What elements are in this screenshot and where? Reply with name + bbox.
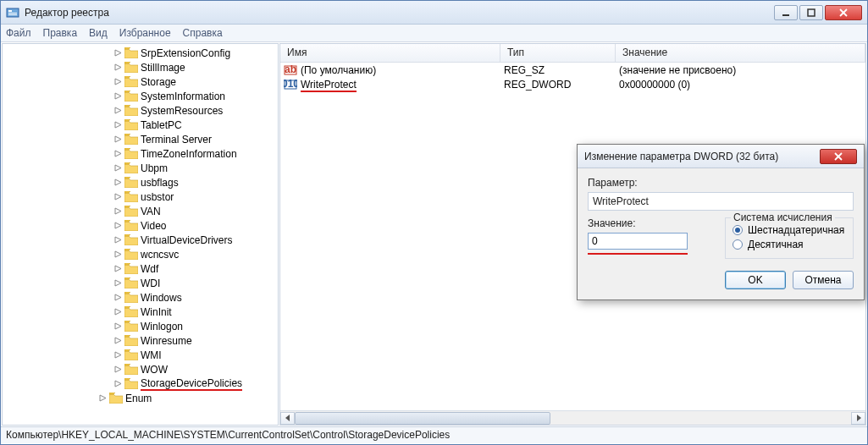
tree-node[interactable]: SystemResources — [3, 103, 278, 118]
expand-icon[interactable] — [113, 163, 123, 173]
tree-node[interactable]: Enum — [3, 391, 278, 405]
list-row[interactable]: 010WriteProtectREG_DWORD0x00000000 (0) — [280, 77, 865, 91]
tree-node-label: StillImage — [141, 62, 185, 74]
row-type: REG_SZ — [504, 64, 619, 76]
menu-view[interactable]: Вид — [89, 27, 108, 39]
scroll-right-button[interactable] — [851, 412, 865, 425]
tree-node[interactable]: Winresume — [3, 333, 278, 348]
svg-marker-10 — [115, 79, 121, 85]
expand-icon[interactable] — [113, 336, 123, 346]
tree-node-label: TimeZoneInformation — [141, 148, 237, 160]
tree-node[interactable]: SrpExtensionConfig — [3, 46, 278, 60]
menu-help[interactable]: Справка — [183, 27, 223, 39]
expand-icon[interactable] — [113, 221, 123, 231]
expand-icon[interactable] — [113, 149, 123, 159]
maximize-button[interactable] — [799, 5, 823, 20]
svg-marker-20 — [115, 222, 121, 228]
radio-hex[interactable]: Шестнадцатеричная — [733, 224, 846, 236]
expand-icon[interactable] — [97, 393, 108, 404]
radio-dec[interactable]: Десятичная — [733, 239, 846, 250]
expand-icon[interactable] — [113, 135, 123, 145]
tree-node[interactable]: StorageDevicePolicies — [3, 376, 278, 391]
tree-node[interactable]: Wdf — [3, 261, 278, 276]
tree-node[interactable]: TimeZoneInformation — [3, 146, 278, 161]
tree-node[interactable]: Storage — [3, 74, 278, 89]
svg-marker-25 — [115, 294, 121, 300]
list-row[interactable]: ab(По умолчанию)REG_SZ(значение не присв… — [280, 63, 865, 77]
tree-node[interactable]: Winlogon — [3, 319, 278, 333]
row-value: (значение не присвоено) — [619, 64, 865, 76]
column-name[interactable]: Имя — [280, 44, 500, 62]
expand-icon[interactable] — [113, 293, 123, 303]
expand-icon[interactable] — [113, 178, 123, 188]
window-title: Редактор реестра — [25, 7, 774, 19]
expand-icon[interactable] — [113, 321, 123, 332]
dialog-close-button[interactable] — [820, 149, 857, 164]
expand-icon[interactable] — [113, 77, 123, 87]
tree-node[interactable]: WMI — [3, 348, 278, 362]
expand-icon[interactable] — [113, 235, 123, 245]
svg-marker-38 — [857, 415, 861, 421]
tree-node[interactable]: VirtualDeviceDrivers — [3, 233, 278, 247]
expand-icon[interactable] — [113, 91, 123, 102]
value-label: Значение: — [588, 217, 708, 229]
tree-node-label: WinInit — [141, 306, 172, 318]
tree-node[interactable]: Ubpm — [3, 161, 278, 175]
tree-node[interactable]: StillImage — [3, 60, 278, 74]
expand-icon[interactable] — [113, 350, 123, 360]
tree-node[interactable]: SystemInformation — [3, 89, 278, 103]
cancel-button[interactable]: Отмена — [793, 271, 854, 289]
expand-icon[interactable] — [113, 106, 123, 116]
tree-node[interactable]: Windows — [3, 290, 278, 305]
expand-icon[interactable] — [113, 206, 123, 217]
tree-node[interactable]: usbflags — [3, 175, 278, 190]
expand-icon[interactable] — [113, 264, 123, 274]
minimize-button[interactable] — [774, 5, 798, 20]
tree-node[interactable]: VAN — [3, 204, 278, 218]
svg-rect-1 — [8, 10, 12, 12]
column-value[interactable]: Значение — [616, 44, 865, 62]
tree-node-label: SystemInformation — [141, 91, 225, 102]
expand-icon[interactable] — [113, 120, 123, 130]
horizontal-scrollbar[interactable] — [280, 410, 865, 425]
tree-node-label: Terminal Server — [141, 134, 212, 146]
expand-icon[interactable] — [113, 278, 123, 288]
tree-node[interactable]: WDI — [3, 276, 278, 290]
tree-node[interactable]: wcncsvc — [3, 247, 278, 261]
menu-file[interactable]: Файл — [6, 27, 31, 39]
expand-icon[interactable] — [113, 48, 123, 58]
svg-marker-12 — [115, 107, 121, 113]
expand-icon[interactable] — [113, 250, 123, 260]
ok-button[interactable]: OK — [725, 271, 786, 289]
expand-icon[interactable] — [113, 307, 123, 317]
menu-edit[interactable]: Правка — [43, 27, 78, 39]
value-input[interactable] — [588, 233, 688, 250]
tree-node[interactable]: WOW — [3, 362, 278, 376]
row-name: WriteProtect — [301, 79, 504, 91]
svg-marker-15 — [115, 151, 121, 157]
tree-node[interactable]: usbstor — [3, 190, 278, 204]
tree-node-label: WMI — [141, 349, 162, 361]
expand-icon[interactable] — [113, 379, 123, 389]
expand-icon[interactable] — [113, 63, 123, 73]
svg-rect-2 — [8, 13, 17, 14]
svg-marker-32 — [100, 395, 106, 401]
tree-node[interactable]: Video — [3, 218, 278, 233]
scroll-left-button[interactable] — [280, 412, 295, 425]
base-legend: Система исчисления — [731, 212, 835, 223]
menu-favorites[interactable]: Избранное — [119, 27, 171, 39]
expand-icon[interactable] — [113, 365, 123, 375]
column-type[interactable]: Тип — [500, 44, 616, 62]
tree-node-label: usbflags — [141, 177, 179, 189]
dialog-titlebar: Изменение параметра DWORD (32 бита) — [578, 145, 864, 168]
expand-icon[interactable] — [113, 192, 123, 202]
tree-node[interactable]: WinInit — [3, 305, 278, 319]
list-panel: Имя Тип Значение ab(По умолчанию)REG_SZ(… — [279, 43, 866, 426]
scroll-thumb[interactable] — [295, 412, 550, 425]
tree-node[interactable]: Terminal Server — [3, 132, 278, 146]
app-icon — [6, 6, 19, 19]
svg-rect-3 — [8, 14, 17, 15]
tree-node[interactable]: TabletPC — [3, 118, 278, 132]
tree-panel[interactable]: SrpExtensionConfigStillImageStorageSyste… — [2, 43, 279, 426]
close-button[interactable] — [825, 5, 862, 20]
